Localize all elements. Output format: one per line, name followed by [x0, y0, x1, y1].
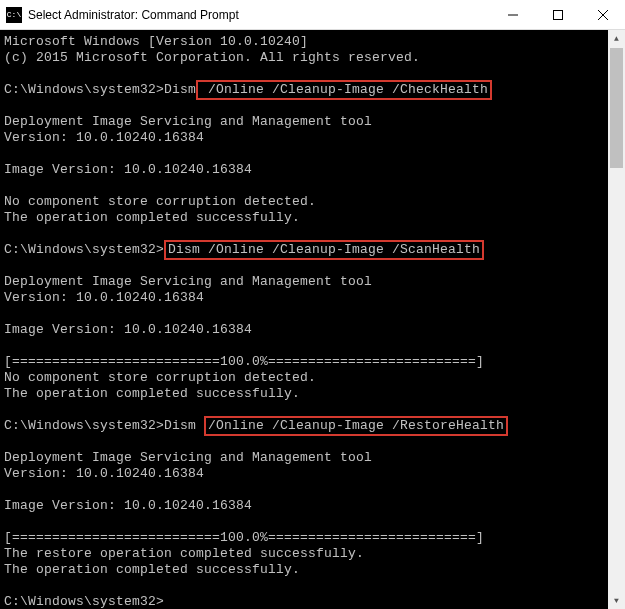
- console-line: [4, 178, 604, 194]
- console-line: Microsoft Windows [Version 10.0.10240]: [4, 34, 604, 50]
- console-line: The operation completed successfully.: [4, 386, 604, 402]
- window-title: Select Administrator: Command Prompt: [28, 8, 490, 22]
- console-line: Deployment Image Servicing and Managemen…: [4, 450, 604, 466]
- prompt-text: C:\Windows\system32>: [4, 242, 164, 257]
- titlebar: C:\ Select Administrator: Command Prompt: [0, 0, 625, 30]
- minimize-button[interactable]: [490, 0, 535, 29]
- console-line: Version: 10.0.10240.16384: [4, 130, 604, 146]
- window-controls: [490, 0, 625, 29]
- console-line: No component store corruption detected.: [4, 194, 604, 210]
- console-line: Deployment Image Servicing and Managemen…: [4, 114, 604, 130]
- console-line: [4, 578, 604, 594]
- scroll-up-arrow[interactable]: ▲: [608, 30, 625, 47]
- console-line: C:\Windows\system32>Dism /Online /Cleanu…: [4, 242, 604, 258]
- console-line: [==========================100.0%=======…: [4, 354, 604, 370]
- console-line: C:\Windows\system32>Dism /Online /Cleanu…: [4, 82, 604, 98]
- console-line: [4, 482, 604, 498]
- scrollbar-thumb[interactable]: [610, 48, 623, 168]
- highlighted-command: Dism /Online /Cleanup-Image /ScanHealth: [164, 240, 484, 260]
- prompt-text: C:\Windows\system32>Dism: [4, 418, 204, 433]
- console-area[interactable]: Microsoft Windows [Version 10.0.10240](c…: [0, 30, 625, 609]
- console-line: Version: 10.0.10240.16384: [4, 466, 604, 482]
- console-line: [4, 98, 604, 114]
- console-line: The restore operation completed successf…: [4, 546, 604, 562]
- console-line: [4, 338, 604, 354]
- console-line: Image Version: 10.0.10240.16384: [4, 162, 604, 178]
- console-line: [4, 146, 604, 162]
- console-line: (c) 2015 Microsoft Corporation. All righ…: [4, 50, 604, 66]
- console-line: [==========================100.0%=======…: [4, 530, 604, 546]
- console-line: [4, 306, 604, 322]
- highlighted-command: /Online /Cleanup-Image /CheckHealth: [196, 80, 492, 100]
- console-line: [4, 514, 604, 530]
- console-line: Image Version: 10.0.10240.16384: [4, 498, 604, 514]
- console-line: The operation completed successfully.: [4, 562, 604, 578]
- cmd-icon: C:\: [6, 7, 22, 23]
- console-line: [4, 434, 604, 450]
- console-line: No component store corruption detected.: [4, 370, 604, 386]
- console-line: [4, 258, 604, 274]
- maximize-button[interactable]: [535, 0, 580, 29]
- console-line: C:\Windows\system32>: [4, 594, 604, 609]
- highlighted-command: /Online /Cleanup-Image /RestoreHealth: [204, 416, 508, 436]
- console-line: C:\Windows\system32>Dism /Online /Cleanu…: [4, 418, 604, 434]
- close-button[interactable]: [580, 0, 625, 29]
- console-line: Deployment Image Servicing and Managemen…: [4, 274, 604, 290]
- console-line: Image Version: 10.0.10240.16384: [4, 322, 604, 338]
- prompt-text: C:\Windows\system32>Dism: [4, 82, 196, 97]
- vertical-scrollbar[interactable]: ▲ ▼: [608, 30, 625, 609]
- console-line: Version: 10.0.10240.16384: [4, 290, 604, 306]
- console-line: The operation completed successfully.: [4, 210, 604, 226]
- scroll-down-arrow[interactable]: ▼: [608, 592, 625, 609]
- console-output: Microsoft Windows [Version 10.0.10240](c…: [0, 30, 608, 609]
- svg-rect-1: [553, 10, 562, 19]
